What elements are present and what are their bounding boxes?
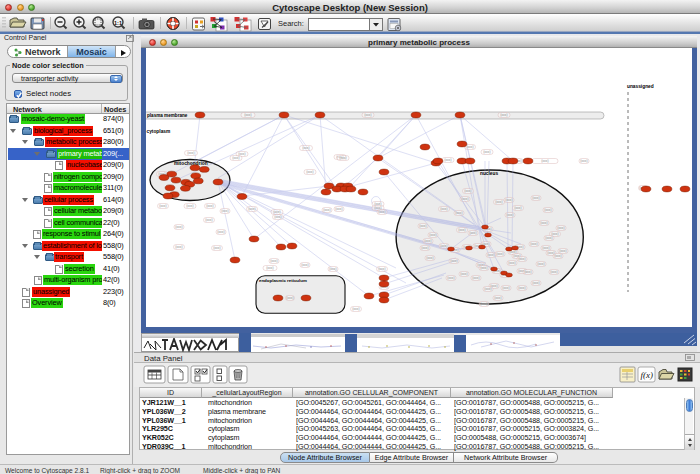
svg-text:(xxx): (xxx): [472, 276, 480, 280]
svg-text:(xxx): (xxx): [301, 263, 309, 267]
svg-text:(xxx): (xxx): [426, 256, 434, 260]
svg-text:(xxx): (xxx): [505, 198, 513, 202]
svg-text:(xxx): (xxx): [419, 224, 427, 228]
svg-text:(xxx): (xxx): [480, 302, 488, 306]
svg-text:(xxx): (xxx): [537, 262, 545, 266]
svg-text:(xxx): (xxx): [458, 228, 466, 232]
svg-text:(xxx): (xxx): [440, 207, 448, 211]
svg-text:(xxx): (xxx): [339, 156, 347, 160]
svg-text:unassigned: unassigned: [627, 84, 654, 89]
svg-text:(xxx): (xxx): [221, 209, 229, 213]
svg-text:(xxx): (xxx): [460, 272, 468, 276]
svg-text:(xxx): (xxx): [542, 246, 550, 250]
svg-text:(xxx): (xxx): [378, 210, 386, 214]
svg-text:(xxx): (xxx): [500, 113, 508, 117]
svg-text:(xxx): (xxx): [286, 296, 294, 300]
svg-text:(xxx): (xxx): [450, 259, 458, 263]
svg-text:(xxx): (xxx): [455, 211, 463, 215]
svg-text:(xxx): (xxx): [506, 213, 514, 217]
svg-text:nucleus: nucleus: [480, 171, 498, 176]
svg-text:plasma membrane: plasma membrane: [147, 113, 188, 118]
svg-text:(xxx): (xxx): [244, 113, 252, 117]
svg-text:(xxx): (xxx): [378, 267, 386, 271]
svg-text:(xxx): (xxx): [429, 233, 437, 237]
svg-text:(xxx): (xxx): [335, 207, 343, 211]
svg-text:(xxx): (xxx): [447, 276, 455, 280]
svg-text:(xxx): (xxx): [480, 266, 488, 270]
svg-text:(xxx): (xxx): [248, 207, 256, 211]
svg-text:(xxx): (xxx): [550, 270, 558, 274]
svg-text:(xxx): (xxx): [508, 261, 516, 265]
svg-text:(xxx): (xxx): [274, 215, 282, 219]
svg-text:(xxx): (xxx): [159, 204, 167, 208]
svg-text:f(x): f(x): [641, 370, 654, 380]
svg-text:(xxx): (xxx): [175, 225, 183, 229]
svg-text:endoplasmic reticulum: endoplasmic reticulum: [259, 278, 307, 283]
svg-text:(xxx): (xxx): [364, 113, 372, 117]
svg-text:(xxx): (xxx): [440, 244, 448, 248]
svg-text:(xxx): (xxx): [540, 221, 548, 225]
svg-text:(xxx): (xxx): [487, 253, 495, 257]
svg-text:(xxx): (xxx): [444, 158, 452, 162]
svg-text:(xxx): (xxx): [306, 170, 314, 174]
svg-text:(xxx): (xxx): [483, 150, 491, 154]
svg-text:(xxx): (xxx): [217, 230, 225, 234]
svg-text:(xxx): (xxx): [532, 196, 540, 200]
svg-text:(xxx): (xxx): [464, 189, 472, 193]
svg-text:(xxx): (xxx): [557, 226, 565, 230]
svg-text:(xxx): (xxx): [206, 204, 214, 208]
svg-text:(xxx): (xxx): [514, 206, 522, 210]
svg-text:(xxx): (xxx): [544, 208, 552, 212]
svg-text:(xxx): (xxx): [302, 146, 310, 150]
svg-text:(xxx): (xxx): [205, 218, 213, 222]
svg-text:(xxx): (xxx): [502, 286, 510, 290]
svg-text:(xxx): (xxx): [532, 281, 540, 285]
svg-text:(xxx): (xxx): [524, 270, 532, 274]
svg-text:(xxx): (xxx): [559, 249, 567, 253]
svg-text:(xxx): (xxx): [352, 307, 360, 311]
svg-text:(xxx): (xxx): [186, 204, 194, 208]
svg-text:(xxx): (xxx): [213, 246, 221, 250]
svg-text:(xxx): (xxx): [496, 252, 504, 256]
svg-text:(xxx): (xxx): [518, 257, 526, 261]
svg-text:(xxx): (xxx): [554, 254, 562, 258]
svg-text:(xxx): (xxx): [580, 159, 588, 163]
svg-text:(xxx): (xxx): [323, 208, 331, 212]
svg-text:(xxx): (xxx): [545, 236, 553, 240]
svg-text:(xxx): (xxx): [518, 286, 526, 290]
svg-text:(xxx): (xxx): [424, 239, 432, 243]
svg-text:(xxx): (xxx): [469, 231, 477, 235]
svg-text:(xxx): (xxx): [266, 266, 274, 270]
svg-text:cytoplasm: cytoplasm: [147, 129, 171, 134]
svg-text:(xxx): (xxx): [270, 259, 278, 263]
svg-text:(xxx): (xxx): [461, 197, 469, 201]
svg-text:(xxx): (xxx): [484, 287, 492, 291]
svg-text:(xxx): (xxx): [541, 159, 549, 163]
svg-text:(xxx): (xxx): [466, 145, 474, 149]
svg-text:(xxx): (xxx): [421, 246, 429, 250]
svg-text:(xxx): (xxx): [232, 156, 240, 160]
svg-text:(xxx): (xxx): [175, 245, 183, 249]
svg-text:(xxx): (xxx): [273, 210, 281, 214]
svg-text:(xxx): (xxx): [187, 151, 195, 155]
svg-text:mitochondrion: mitochondrion: [174, 161, 208, 166]
svg-text:(xxx): (xxx): [530, 242, 538, 246]
svg-text:(xxx): (xxx): [329, 267, 337, 271]
svg-text:(xxx): (xxx): [495, 200, 503, 204]
svg-text:(xxx): (xxx): [494, 296, 502, 300]
